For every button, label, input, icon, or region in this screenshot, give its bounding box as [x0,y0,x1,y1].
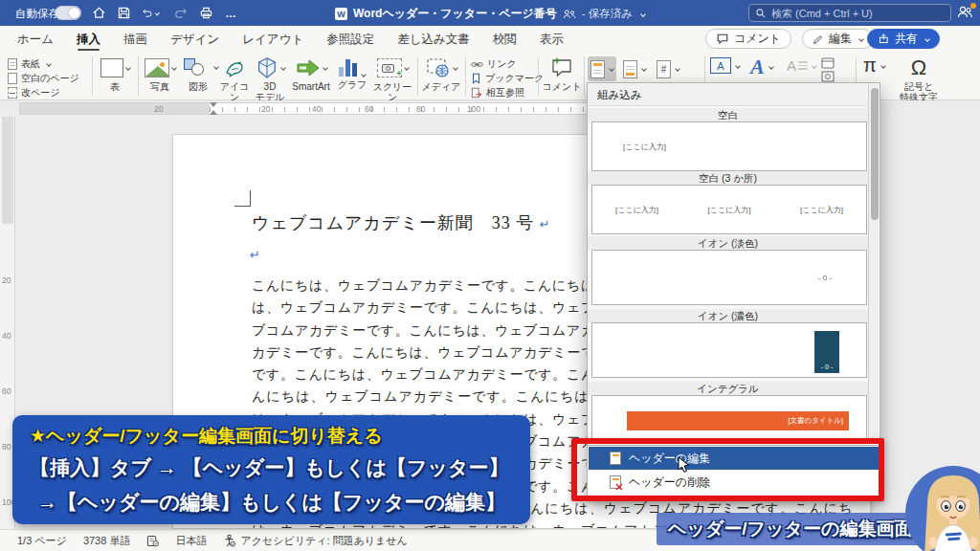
cross-reference-label: 相互参照 [486,86,524,99]
chart-button[interactable]: グラフ [335,55,369,91]
ruler-number: 20 [154,104,163,114]
bookmark-label: ブックマーク [485,72,544,85]
more-icon[interactable]: … [222,5,239,21]
placeholder-text: [ここに入力] [800,205,843,215]
tab-review[interactable]: 校閲 [493,26,517,53]
tab-home[interactable]: ホーム [17,26,54,53]
page-break-icon [8,87,17,99]
tab-layout[interactable]: レイアウト [242,26,303,53]
blank-page-label: 空白のページ [21,72,79,85]
equation-button[interactable]: π [863,55,885,77]
share-icon [878,33,890,45]
comments-button[interactable]: コメント [705,29,791,49]
ruler-number: 20 [2,276,11,285]
table-grid-icon [100,58,123,77]
shapes-button[interactable]: 図形 [182,55,214,93]
indent-marker[interactable] [210,102,217,115]
autosave-toggle[interactable] [55,6,81,20]
ruler-number: 40 [2,331,11,341]
header-button[interactable] [588,56,616,81]
tab-insert[interactable]: 挿入 [77,26,100,53]
edit-mode-button[interactable]: 編集 [802,29,874,49]
tutorial-callout: ★ヘッダー/フッター編集画面に切り替える 【挿入】タブ → 【ヘッダー】もしくは… [12,415,530,524]
print-icon[interactable] [197,5,214,21]
cover-page-button[interactable]: 表紙 [8,57,51,71]
saved-chevron-icon[interactable] [640,11,646,17]
icons-label: アイコン [220,81,250,102]
panel-scrollbar[interactable] [868,84,879,444]
save-icon[interactable] [115,5,132,21]
autosave-label: 自動保存 [15,7,59,21]
gallery-item-blank-3[interactable]: [ここに入力] [ここに入力] [ここに入力] [591,185,867,234]
new-comment-icon [549,56,574,79]
tab-mailings[interactable]: 差し込み文書 [397,26,470,53]
page-break-button[interactable]: 改ページ [8,86,59,99]
tab-references[interactable]: 参照設定 [326,26,374,53]
tab-draw[interactable]: 描画 [123,26,147,53]
gallery-item-integral[interactable]: [文書のタイトル] [591,395,867,443]
comments-button-label: コメント [734,31,781,47]
bookmark-icon [471,73,481,84]
window-title-group: W Wordヘッダー・フッター・ページ番号 - 保存済み [335,6,645,22]
word-doc-icon: W [335,8,347,20]
bookmark-button[interactable]: ブックマーク [471,72,544,85]
margin-crop-mark [234,190,251,207]
new-comment-label: コメント [543,81,582,92]
chart-label: グラフ [338,79,368,90]
language-status[interactable]: 日本語 [175,534,207,548]
page-number-preview: - 0 - [814,364,839,370]
table-button[interactable]: 表 [96,55,134,93]
titlebar: 自動保存 … W Wordヘッダー・フッター・ページ番号 - 保存済み [0,0,980,26]
link-label: リンク [487,57,517,71]
mouse-cursor [678,456,690,477]
link-button[interactable]: リンク [471,57,517,71]
new-comment-button[interactable]: コメント [542,55,582,93]
smartart-button[interactable]: SmartArt [289,55,333,93]
search-box[interactable] [748,4,951,22]
blank-page-button[interactable]: 空白のページ [8,72,79,85]
home-icon[interactable] [90,5,107,21]
placeholder-text: [ここに入力] [615,205,658,215]
tab-design[interactable]: デザイン [170,26,219,53]
word-count[interactable]: 3738 単語 [83,534,131,548]
page-count[interactable]: 1/3 ページ [17,534,67,548]
search-input[interactable] [771,8,934,19]
cross-reference-button[interactable]: 相互参照 [471,86,524,99]
pictures-button[interactable]: 写真 [142,55,178,93]
callout-line-1: ★ヘッダー/フッター編集画面に切り替える [30,422,530,451]
share-button[interactable]: 共有 [867,29,940,49]
accessibility-group[interactable]: アクセシビリティ: 問題ありません [223,534,407,548]
3d-models-button[interactable]: 3D モデル [253,55,287,102]
shapes-icon [182,55,214,80]
bird-icon [223,57,246,78]
icons-button[interactable]: アイコン [216,55,253,102]
gallery-item-ion-light[interactable]: - 0 - [591,250,867,305]
ruler-number: 80 [2,442,11,452]
media-button[interactable]: メディア [421,55,461,93]
scrollbar-thumb[interactable] [871,88,879,220]
cover-page-label: 表紙 [21,57,40,71]
gallery-item-ion-dark[interactable]: - 0 - [591,322,867,378]
ruler-number: 60 [365,104,373,114]
wordart-button[interactable]: A [750,55,773,79]
accessibility-icon [223,534,235,547]
text-box-button[interactable]: A [710,57,740,74]
tab-view[interactable]: 表示 [540,26,564,53]
footer-button[interactable] [620,56,649,81]
proofing-icon[interactable] [146,535,159,547]
chart-icon [335,55,369,78]
gallery-item-blank[interactable]: [ここに入力] [591,121,867,171]
gallery-item-label: インテグラル [588,382,868,395]
ion-dark-block: - 0 - [814,331,839,373]
drop-cap-button[interactable]: A [787,57,816,74]
callout-line-3: →【ヘッダーの編集】もしくは【フッターの編集】 [30,485,530,519]
symbol-button[interactable]: Ω 記号と 特殊文字 [896,55,942,102]
document-heading-text: ウェブコムアカデミー新聞 33 号 [252,213,534,232]
undo-icon[interactable] [142,5,159,21]
page-number-button[interactable]: # [653,56,683,81]
doc-title-placeholder: [文書のタイトル] [788,416,843,426]
drop-cap-lines [798,61,808,70]
search-icon [755,8,767,19]
redo-icon[interactable] [172,5,189,21]
ruler-number: 20 [261,104,270,114]
